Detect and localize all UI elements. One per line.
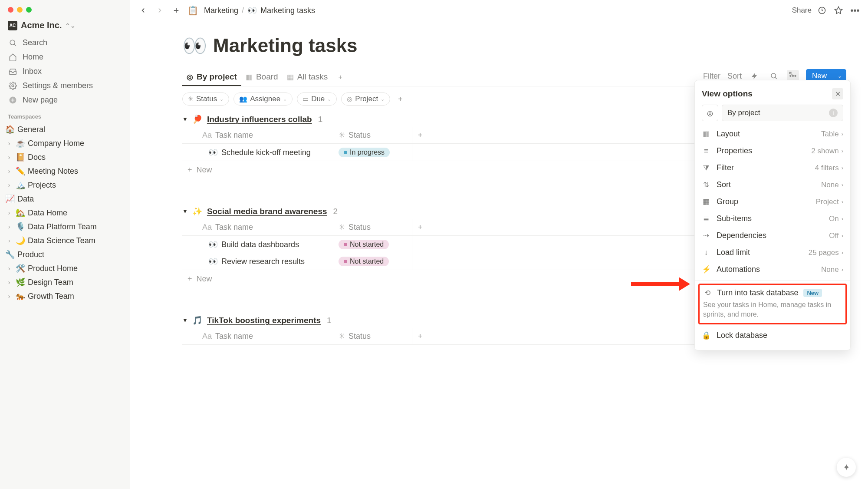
close-panel-button[interactable]: ✕ [832, 88, 843, 99]
sidebar-page[interactable]: ›🏡Data Home [3, 206, 126, 220]
add-column-button[interactable]: + [412, 219, 428, 235]
column-name[interactable]: Aa Task name [182, 127, 334, 143]
view-tab-icon: ▦ [287, 73, 294, 82]
chevron-right-icon[interactable]: › [5, 154, 13, 161]
view-name-input[interactable]: By project i [722, 105, 843, 121]
chevron-right-icon[interactable]: › [5, 209, 13, 216]
panel-row-icon: ⇅ [702, 180, 710, 189]
view-type-icon[interactable]: ◎ [702, 105, 718, 121]
filter-chip-assignee[interactable]: 👥Assignee⌄ [233, 93, 293, 106]
svg-line-9 [775, 77, 776, 79]
group-toggle-icon[interactable]: ▼ [182, 317, 188, 324]
column-status[interactable]: ✳ Status [334, 127, 412, 143]
sidebar-page[interactable]: ›📔Docs [3, 150, 126, 164]
panel-row-filter[interactable]: ⧩Filter 4 filters› [695, 159, 850, 176]
chevron-right-icon[interactable]: › [5, 140, 13, 147]
panel-row-sort[interactable]: ⇅Sort None› [695, 176, 850, 193]
add-column-button[interactable] [412, 149, 428, 156]
teamspace-product[interactable]: 🔧Product [3, 248, 126, 261]
breadcrumb-child[interactable]: Marketing tasks [260, 6, 315, 15]
column-status[interactable]: ✳ Status [334, 328, 412, 344]
teamspace-general[interactable]: 🏠General [3, 122, 126, 136]
page-emoji: 🏡 [16, 208, 25, 218]
view-tab-all-tasks[interactable]: ▦All tasks [283, 69, 332, 86]
status-pill[interactable]: Not started [339, 257, 389, 266]
nav-forward-button[interactable] [154, 4, 166, 17]
panel-row-icon: ⇢ [702, 231, 710, 240]
panel-row-sub-items[interactable]: ≣Sub-items On› [695, 210, 850, 227]
ai-fab-button[interactable]: ✦ [837, 458, 856, 477]
column-name[interactable]: Aa Task name [182, 328, 334, 344]
turn-into-task-database[interactable]: ⟲ Turn into task database New See your t… [698, 284, 847, 324]
group-name[interactable]: TikTok boosting experiments [207, 316, 321, 325]
chevron-right-icon: › [842, 198, 843, 205]
chevron-right-icon[interactable]: › [5, 237, 13, 244]
chevron-right-icon[interactable]: › [5, 265, 13, 272]
more-icon[interactable]: ••• [849, 4, 861, 17]
group-toggle-icon[interactable]: ▼ [182, 208, 188, 215]
chevron-right-icon[interactable]: › [5, 223, 13, 230]
sidebar-inbox[interactable]: Inbox [3, 64, 126, 79]
chevron-right-icon[interactable]: › [5, 168, 13, 175]
chevron-right-icon[interactable]: › [5, 182, 13, 188]
panel-row-automations[interactable]: ⚡Automations None› [695, 261, 850, 278]
workspace-switcher[interactable]: AC Acme Inc. ⌃⌄ [3, 19, 126, 36]
view-tab-board[interactable]: ▥Board [241, 69, 283, 86]
nav-back-button[interactable] [137, 4, 149, 17]
filter-chip-project[interactable]: ◎Project⌄ [341, 93, 390, 106]
page-title[interactable]: Marketing tasks [213, 35, 358, 56]
sidebar-page[interactable]: ›🎙️Data Platform Team [3, 220, 126, 234]
svg-marker-7 [835, 7, 842, 14]
add-filter-button[interactable]: + [395, 93, 406, 106]
maximize-window-icon[interactable] [26, 7, 32, 13]
add-view-button[interactable]: + [334, 70, 346, 85]
add-column-button[interactable]: + [412, 328, 428, 344]
filter-button[interactable]: Filter [703, 72, 720, 81]
column-name[interactable]: Aa Task name [182, 219, 334, 235]
sidebar-home[interactable]: Home [3, 50, 126, 64]
sidebar-new-page[interactable]: New page [3, 93, 126, 107]
sidebar-page[interactable]: ›✏️Meeting Notes [3, 164, 126, 178]
panel-row-dependencies[interactable]: ⇢Dependencies Off› [695, 227, 850, 244]
add-column-button[interactable] [412, 241, 428, 248]
panel-row-layout[interactable]: ▥Layout Table› [695, 126, 850, 142]
teamspace-data[interactable]: 📈Data [3, 192, 126, 206]
breadcrumb-parent[interactable]: Marketing [204, 6, 238, 15]
sidebar-settings[interactable]: Settings & members [3, 79, 126, 93]
panel-row-properties[interactable]: ≡Properties 2 shown› [695, 142, 850, 159]
chevron-right-icon[interactable]: › [5, 293, 13, 300]
panel-row-group[interactable]: ▦Group Project› [695, 193, 850, 210]
sort-button[interactable]: Sort [727, 72, 742, 81]
filter-chip-due[interactable]: ▭Due⌄ [297, 93, 337, 106]
sidebar-page[interactable]: ›🐅Growth Team [3, 289, 126, 303]
status-pill[interactable]: In progress [339, 148, 390, 157]
filter-chip-status[interactable]: ✳Status⌄ [182, 93, 229, 106]
sidebar-page[interactable]: ›🌙Data Science Team [3, 234, 126, 248]
sidebar-page[interactable]: ›🌿Design Team [3, 275, 126, 289]
page-emoji[interactable]: 👀 [182, 34, 207, 57]
group-name[interactable]: Industry influencers collab [207, 115, 312, 124]
close-window-icon[interactable] [8, 7, 13, 13]
info-icon[interactable]: i [829, 109, 838, 117]
sidebar-search[interactable]: Search [3, 36, 126, 50]
column-status[interactable]: ✳ Status [334, 219, 412, 235]
chevron-right-icon[interactable]: › [5, 279, 13, 286]
group-name[interactable]: Social media brand awareness [207, 207, 327, 216]
history-icon[interactable] [816, 4, 828, 17]
teamspace-label: Data [17, 195, 34, 204]
lock-database[interactable]: 🔒 Lock database [695, 327, 850, 344]
favorite-icon[interactable] [832, 4, 845, 17]
sidebar-page[interactable]: ›🏔️Projects [3, 178, 126, 192]
status-pill[interactable]: Not started [339, 240, 389, 249]
panel-row-load-limit[interactable]: ↓Load limit 25 pages› [695, 244, 850, 261]
page-icon[interactable]: 📋 [187, 4, 199, 17]
add-column-button[interactable] [412, 258, 428, 265]
view-tab-by-project[interactable]: ◎By project [182, 69, 241, 86]
group-toggle-icon[interactable]: ▼ [182, 116, 188, 122]
share-button[interactable]: Share [792, 6, 812, 15]
add-column-button[interactable]: + [412, 127, 428, 143]
sidebar-page[interactable]: ›☕Company Home [3, 136, 126, 150]
sidebar-page[interactable]: ›🛠️Product Home [3, 261, 126, 275]
minimize-window-icon[interactable] [17, 7, 23, 13]
new-tab-button[interactable] [170, 4, 182, 17]
